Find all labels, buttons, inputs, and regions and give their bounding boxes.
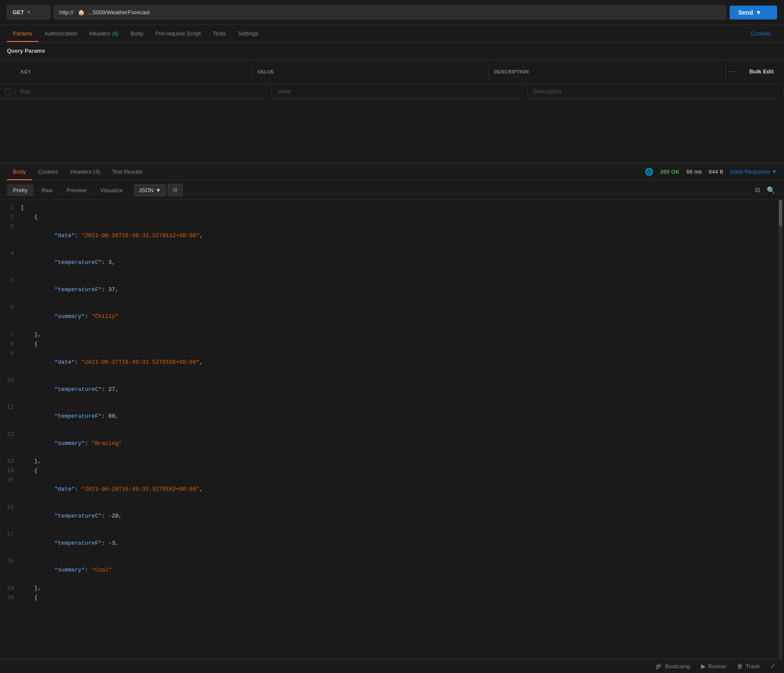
response-tab-headers[interactable]: Headers (4) xyxy=(64,163,106,180)
status-code: 200 OK xyxy=(660,168,680,175)
filter-icon-button[interactable]: ⚙ xyxy=(168,184,183,196)
code-line: 15 "date": "2021-06-28T16:49:32.5270162+… xyxy=(0,476,784,503)
code-line: 13 }, xyxy=(0,457,784,467)
json-format-select[interactable]: JSON ▼ xyxy=(134,184,166,196)
response-status: 🌐 200 OK 66 ms 644 B Save Response ▼ xyxy=(645,168,777,176)
params-table-row: Key Value Description xyxy=(0,84,784,99)
send-button[interactable]: Send ▼ xyxy=(730,6,777,19)
tab-params[interactable]: Params xyxy=(7,25,38,42)
tab-headers[interactable]: Headers (6) xyxy=(83,25,124,42)
expand-button[interactable]: ⤢ xyxy=(770,663,775,670)
trash-button[interactable]: 🗑 Trash xyxy=(737,663,760,670)
bootcamp-icon: 🎓 xyxy=(655,663,663,670)
format-tab-preview[interactable]: Preview xyxy=(61,184,92,196)
chevron-down-icon: ▼ xyxy=(156,187,161,194)
response-tab-cookies[interactable]: Cookies xyxy=(32,163,64,180)
copy-icon-button[interactable]: ⧉ xyxy=(753,184,762,196)
request-tabs: Params Authorization Headers (6) Body Pr… xyxy=(0,25,784,42)
code-line: 18 "summary": "Cool" xyxy=(0,557,784,584)
bootcamp-button[interactable]: 🎓 Bootcamp xyxy=(655,663,691,670)
code-line: 19 }, xyxy=(0,584,784,594)
code-line: 4 "temperatureC": 3, xyxy=(0,249,784,276)
format-actions: ⧉ 🔍 xyxy=(753,184,777,196)
scrollbar-thumb[interactable] xyxy=(779,200,782,226)
format-tab-raw[interactable]: Raw xyxy=(35,184,59,196)
description-placeholder: Description xyxy=(533,88,561,95)
code-line: 2 { xyxy=(0,213,784,222)
bulk-edit-button[interactable]: Bulk Edit xyxy=(744,64,779,79)
runner-icon: ▶ xyxy=(701,663,706,670)
status-time: 66 ms xyxy=(686,168,701,175)
trash-icon: 🗑 xyxy=(737,663,743,670)
col-header-key: KEY xyxy=(21,69,31,74)
tab-settings[interactable]: Settings xyxy=(232,25,265,42)
chevron-down-icon: ▼ xyxy=(755,9,762,16)
copy-icon: ⧉ xyxy=(755,186,760,194)
code-line: 3 "date": "2021-06-26T16:49:32.5270112+0… xyxy=(0,222,784,249)
runner-button[interactable]: ▶ Runner xyxy=(701,663,727,670)
more-options-icon[interactable]: ··· xyxy=(729,67,736,76)
response-tabs: Body Cookies Headers (4) Test Results 🌐 … xyxy=(0,163,784,181)
expand-icon: ⤢ xyxy=(770,663,775,670)
code-line: 9 "date": "2021-06-27T16:49:32.5270158+0… xyxy=(0,349,784,376)
method-dropdown[interactable]: GET ▼ xyxy=(7,5,50,19)
chevron-down-icon: ▼ xyxy=(27,10,31,15)
code-line: 11 "temperatureF": 80, xyxy=(0,403,784,430)
save-response-button[interactable]: Save Response ▼ xyxy=(730,168,777,175)
query-params-label: Query Params xyxy=(0,42,784,60)
response-tab-body[interactable]: Body xyxy=(7,163,32,180)
globe-icon: 🌐 xyxy=(645,168,653,176)
code-line: 8 { xyxy=(0,340,784,349)
params-table-header: KEY VALUE DESCRIPTION ··· Bulk Edit xyxy=(0,60,784,84)
json-code-area: 1 [ 2 { 3 "date": "2021-06-26T16:49:32.5… xyxy=(0,200,784,673)
code-line: 7 }, xyxy=(0,330,784,340)
scrollbar[interactable] xyxy=(779,200,782,673)
code-line: 20 { xyxy=(0,594,784,603)
format-tab-visualize[interactable]: Visualize xyxy=(94,184,129,196)
status-bar: 🎓 Bootcamp ▶ Runner 🗑 Trash ⤢ xyxy=(0,659,784,673)
code-line: 12 "summary": "Bracing" xyxy=(0,430,784,457)
col-header-value: VALUE xyxy=(258,69,274,74)
code-line: 6 "summary": "Chilly" xyxy=(0,303,784,330)
response-area: Body Cookies Headers (4) Test Results 🌐 … xyxy=(0,163,784,673)
format-tab-pretty[interactable]: Pretty xyxy=(7,184,34,196)
code-line: 17 "temperatureF": -3, xyxy=(0,530,784,557)
code-line: 16 "temperatureC": -20, xyxy=(0,503,784,530)
code-line: 14 { xyxy=(0,467,784,476)
value-placeholder: Value xyxy=(277,88,291,95)
url-bar: GET ▼ Send ▼ xyxy=(0,0,784,25)
tab-authorization[interactable]: Authorization xyxy=(38,25,83,42)
code-line: 10 "temperatureC": 27, xyxy=(0,376,784,403)
url-input[interactable] xyxy=(54,5,726,19)
method-label: GET xyxy=(13,9,24,16)
search-icon-button[interactable]: 🔍 xyxy=(765,184,777,196)
format-bar: Pretty Raw Preview Visualize JSON ▼ ⚙ ⧉ xyxy=(0,181,784,200)
code-line: 1 [ xyxy=(0,203,784,213)
app-container: GET ▼ Send ▼ Params Authorization Header… xyxy=(0,0,784,673)
query-params-section: Query Params KEY VALUE DESCRIPTION ··· B… xyxy=(0,42,784,163)
col-header-description: DESCRIPTION xyxy=(494,69,529,74)
key-placeholder: Key xyxy=(21,88,30,95)
tab-body[interactable]: Body xyxy=(124,25,150,42)
tab-cookies[interactable]: Cookies xyxy=(745,25,777,42)
search-icon: 🔍 xyxy=(767,187,775,194)
tab-pre-request[interactable]: Pre-request Script xyxy=(150,25,207,42)
filter-icon: ⚙ xyxy=(172,187,178,194)
tab-tests[interactable]: Tests xyxy=(207,25,232,42)
response-tab-test-results[interactable]: Test Results xyxy=(106,163,149,180)
code-line: 5 "temperatureF": 37, xyxy=(0,276,784,303)
status-size: 644 B xyxy=(709,168,723,175)
row-checkbox[interactable] xyxy=(5,89,11,95)
